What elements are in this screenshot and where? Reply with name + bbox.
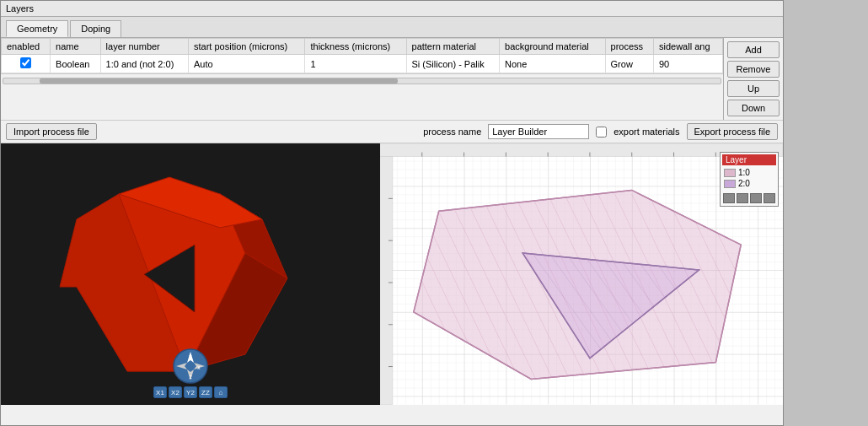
nav-x2-button[interactable]: X2 — [169, 386, 182, 398]
scrollbar-area — [1, 73, 723, 87]
legend-btn-3[interactable] — [750, 193, 762, 203]
add-button[interactable]: Add — [727, 41, 780, 58]
nav-buttons-row: X1 X2 Y2 ZZ ⌂ — [153, 386, 228, 398]
table-row[interactable]: Boolean 1:0 and (not 2:0) Auto 1 Si (Sil… — [2, 55, 723, 73]
enabled-checkbox[interactable] — [20, 57, 31, 68]
cell-start-position: Auto — [189, 55, 305, 73]
tab-geometry[interactable]: Geometry — [6, 20, 68, 37]
export-materials-label: export materials — [613, 127, 679, 137]
cell-sidewall-angle: 90 — [653, 55, 722, 73]
col-enabled: enabled — [2, 39, 51, 55]
nav-home-button[interactable]: ⌂ — [214, 386, 228, 398]
nav-y2-button[interactable]: Y2 — [184, 386, 197, 398]
col-layer-number: layer number — [100, 39, 188, 55]
layer-legend: Layer 1:0 2:0 — [720, 152, 779, 207]
col-background-material: background material — [500, 39, 606, 55]
down-button[interactable]: Down — [727, 100, 780, 116]
remove-button[interactable]: Remove — [727, 61, 780, 78]
nav-zz-button[interactable]: ZZ — [199, 386, 212, 398]
cell-layer-number: 1:0 and (not 2:0) — [100, 55, 188, 73]
top-section: enabled name layer number start position… — [1, 38, 783, 120]
horizontal-scrollbar[interactable] — [3, 78, 721, 84]
legend-controls — [722, 192, 776, 204]
scrollbar-thumb[interactable] — [40, 78, 399, 84]
import-process-button[interactable]: Import process file — [6, 123, 97, 140]
view-2d[interactable]: Layer 1:0 2:0 — [380, 143, 783, 405]
col-process: process — [605, 39, 653, 55]
legend-btn-4[interactable] — [764, 193, 775, 203]
nav-x1-button[interactable]: X1 — [153, 386, 167, 398]
sidebar-buttons: Add Remove Up Down — [724, 38, 783, 120]
title-bar: Layers — [1, 1, 783, 17]
up-button[interactable]: Up — [727, 80, 780, 97]
legend-item-1: 1:0 — [722, 167, 776, 178]
cell-enabled[interactable] — [2, 55, 51, 73]
col-pattern-material: pattern material — [406, 39, 500, 55]
cell-background-material: None — [500, 55, 606, 73]
window-title: Layers — [6, 3, 34, 13]
cell-name: Boolean — [51, 55, 100, 73]
process-name-input[interactable] — [488, 124, 589, 139]
view-3d[interactable]: Y X Z X1 X2 Y2 ZZ — [1, 143, 380, 405]
bottom-toolbar: Import process file process name export … — [1, 120, 783, 143]
export-process-button[interactable]: Export process file — [687, 123, 778, 140]
main-window: Layers Geometry Doping enabled name laye… — [0, 0, 784, 426]
layer-legend-title: Layer — [722, 154, 776, 165]
legend-btn-1[interactable] — [723, 193, 735, 203]
cell-thickness: 1 — [305, 55, 406, 73]
process-name-label: process name — [423, 127, 481, 137]
compass-icon[interactable]: Y X Z — [172, 348, 209, 385]
svg-text:Z: Z — [189, 375, 191, 380]
svg-rect-31 — [380, 157, 393, 405]
col-thickness: thickness (microns) — [305, 39, 406, 55]
legend-label-1: 1:0 — [738, 168, 750, 177]
legend-btn-2[interactable] — [737, 193, 748, 203]
legend-label-2: 2:0 — [738, 179, 750, 188]
export-materials-checkbox[interactable] — [596, 127, 607, 138]
col-name: name — [51, 39, 100, 55]
cell-process: Grow — [605, 55, 653, 73]
legend-color-1 — [724, 169, 736, 177]
table-area: enabled name layer number start position… — [1, 38, 724, 120]
navigation-icons: Y X Z X1 X2 Y2 ZZ — [153, 348, 228, 398]
cell-pattern-material: Si (Silicon) - Palik — [406, 55, 500, 73]
tab-doping[interactable]: Doping — [70, 20, 121, 37]
legend-color-2 — [724, 180, 736, 188]
tab-row: Geometry Doping — [1, 17, 783, 38]
legend-item-2: 2:0 — [722, 178, 776, 189]
canvas-area: Y X Z X1 X2 Y2 ZZ — [1, 143, 783, 405]
layers-table: enabled name layer number start position… — [1, 38, 723, 73]
col-sidewall-angle: sidewall ang — [653, 39, 722, 55]
col-start-position: start position (microns) — [189, 39, 305, 55]
